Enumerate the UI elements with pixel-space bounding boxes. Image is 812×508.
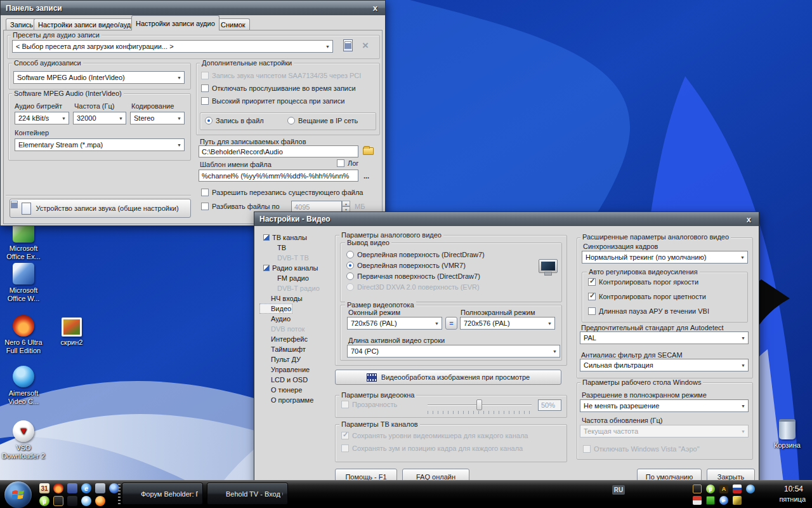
split-size-spinner[interactable]: ▲▼ [342, 201, 350, 212]
tree-item[interactable]: Аудио [259, 314, 334, 324]
close-icon[interactable]: x [744, 215, 754, 224]
close-icon[interactable]: x [370, 3, 380, 13]
tree-item[interactable]: Пульт ДУ [259, 354, 334, 364]
checkbox[interactable]: Сохранять зум и позицию кадра для каждог… [341, 444, 528, 452]
desktop-icon[interactable]: Microsoft Office Ex... [1, 221, 46, 261]
checkbox[interactable]: Контролировать порог цветности [588, 293, 709, 300]
quick-launch-icon[interactable] [67, 483, 77, 493]
tray-icon[interactable] [746, 485, 755, 493]
checkbox-box[interactable] [341, 432, 349, 439]
resolution-select[interactable]: Не менять разрешение [580, 399, 749, 412]
checkbox-box[interactable] [341, 444, 349, 452]
save-preset-icon[interactable] [343, 39, 353, 51]
checkbox[interactable]: Отключать прослушивание во время записи [201, 84, 361, 92]
radio-option[interactable]: Оверлейная поверхность (DirectDraw7) [346, 249, 485, 260]
recording-panel-titlebar[interactable]: Панель записи x [1, 1, 385, 15]
quick-launch-icon[interactable]: * [81, 496, 91, 506]
tree-item[interactable]: Радио каналы [259, 263, 334, 273]
checkbox[interactable]: Высокий приоритет процесса при записи [201, 97, 361, 105]
browse-folder-icon[interactable] [363, 147, 374, 155]
tree-item[interactable]: ТВ [259, 243, 334, 253]
tree-item[interactable]: О тюнере [259, 385, 334, 395]
quick-launch-icon[interactable]: µ [39, 496, 49, 506]
task-button[interactable]: Behold TV - Вход Со... [207, 483, 288, 505]
tab[interactable]: Запись [6, 18, 37, 30]
transparency-slider-thumb[interactable] [476, 399, 482, 410]
equals-button[interactable]: = [445, 317, 457, 330]
quick-launch-icon[interactable] [67, 496, 77, 506]
record-path-input[interactable]: C:\Beholder\Record\Audio [199, 145, 358, 157]
tree-item[interactable]: Таймшифт [259, 344, 334, 354]
video-processing-button[interactable]: Видеообработка изображения при просмотре [335, 370, 561, 385]
desktop-icon[interactable]: VSO Downloader 2 [1, 420, 46, 460]
quick-launch-handle[interactable] [118, 484, 121, 505]
refresh-rate-select[interactable]: Текущая частота [580, 425, 749, 438]
desktop-icon[interactable]: Корзина [765, 419, 809, 450]
tray-icon[interactable] [693, 485, 702, 493]
filename-template-input[interactable]: %channel% (%yy%%mm%%dd%-%hh%%nn% [199, 170, 358, 182]
template-more-button[interactable]: ... [363, 172, 369, 180]
checkbox-box[interactable] [201, 72, 209, 79]
audio-method-select[interactable]: Software MPEG Audio (InterVideo) [13, 71, 185, 84]
aero-checkbox[interactable]: Отключать Windows Vista "Аэро" [583, 445, 700, 453]
preset-select[interactable]: < Выбор пресета для загрузки конфигураци… [12, 40, 333, 53]
task-button[interactable]: Форум Beholder: Про... [122, 483, 203, 505]
tree-item[interactable]: О программе [259, 395, 334, 405]
desktop-icon[interactable]: скрин2 [49, 318, 94, 347]
tray-icon[interactable] [693, 496, 702, 505]
checkbox-box[interactable] [201, 84, 209, 92]
tree-item[interactable]: Интерфейс [259, 334, 334, 344]
autodetect-select[interactable]: PAL [580, 331, 749, 344]
active-line-select[interactable]: 704 (PC) [347, 345, 560, 358]
tray-icon[interactable]: A [719, 485, 728, 493]
overwrite-checkbox[interactable]: Разрешить перезапись существующего файла [201, 189, 363, 196]
quick-launch-icon[interactable]: 31 [39, 483, 49, 493]
radio-option[interactable]: Оверлейная поверхность (VMR7) [346, 260, 485, 271]
quick-launch-icon[interactable]: e [81, 483, 91, 493]
tree-item[interactable]: DVB-T радио [259, 283, 334, 293]
transparency-checkbox[interactable]: Прозрачность [341, 401, 397, 408]
tree-item[interactable]: LCD и OSD [259, 375, 334, 385]
antialias-select[interactable]: Сильная фильтрация [580, 359, 749, 371]
tray-icon[interactable] [706, 496, 715, 505]
bitrate-select[interactable]: 224 kBit/s [15, 112, 69, 124]
tree-item[interactable]: Управление [259, 364, 334, 375]
quick-launch-icon[interactable] [95, 496, 105, 506]
checkbox[interactable]: Длинная пауза АРУ в течении VBI [588, 307, 709, 315]
radio-option[interactable]: Direct3D DXVA 2.0 поверхность (EVR) [346, 281, 485, 292]
quick-launch-icon[interactable] [95, 483, 105, 493]
tree-item[interactable]: FM радио [259, 273, 334, 283]
tray-clock[interactable]: 10:54 [784, 485, 803, 493]
container-select[interactable]: Elementary Stream (*.mpa) [15, 138, 185, 151]
tree-item[interactable]: ТВ каналы [259, 232, 334, 243]
sound-device-button[interactable]: Устройство записи звука (общие настройки… [10, 199, 191, 218]
window-mode-select[interactable]: 720x576 (PAL) [347, 317, 442, 330]
tree-item[interactable]: НЧ входы [259, 293, 334, 304]
sync-select[interactable]: Нормальный трекинг (по умолчанию) [582, 251, 748, 264]
tab[interactable]: Настройки записи видео/аудио [34, 18, 143, 30]
desktop-icon[interactable]: Nero 6 Ultra Full Edition [1, 315, 46, 355]
tray-icon[interactable] [733, 496, 742, 505]
delete-preset-icon[interactable]: × [362, 40, 369, 51]
tab[interactable]: Настройки записи аудио [131, 15, 219, 30]
desktop-icon[interactable]: Aimersoft Video C... [1, 366, 46, 406]
tray-icon[interactable]: ► [719, 496, 728, 505]
tray-icon[interactable] [733, 485, 742, 493]
checkbox[interactable]: Сохранять уровни видеомикшера для каждог… [341, 432, 528, 439]
quick-launch-icon[interactable] [53, 483, 63, 493]
desktop-icon[interactable]: Microsoft Office W... [1, 263, 46, 303]
checkbox-box[interactable] [201, 97, 209, 105]
broadcast-ip-radio[interactable]: Вещание в IP сеть [287, 117, 358, 124]
tree-item[interactable]: Видео [259, 304, 292, 314]
checkbox-box[interactable] [588, 278, 596, 286]
encoding-select[interactable]: Stereo [130, 112, 185, 124]
checkbox-box[interactable] [588, 293, 596, 300]
log-checkbox[interactable]: Лог [337, 159, 358, 167]
tree-item[interactable]: DVB поток [259, 324, 334, 334]
checkbox[interactable]: Запись звука чипсетом SAA7134/35 через P… [201, 72, 361, 79]
tab[interactable]: Снимок [216, 18, 250, 30]
tray-icon[interactable]: µ [706, 485, 715, 493]
radio-option[interactable]: Первичная поверхность (DirectDraw7) [346, 271, 485, 281]
quick-launch-icon[interactable] [53, 496, 63, 506]
split-files-checkbox[interactable]: Разбивать файлы по [201, 203, 280, 210]
